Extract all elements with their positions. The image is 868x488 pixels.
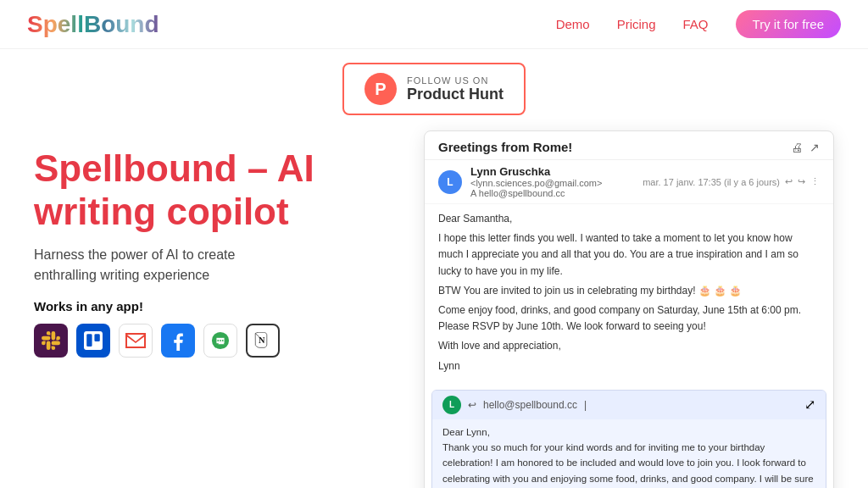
email-header: Greetings from Rome! 🖨 ↗ [425,131,833,160]
svg-point-1 [217,340,219,341]
email-salutation: Dear Samantha, [438,211,820,227]
reply-to-label: hello@spellbound.cc [483,399,577,411]
product-hunt-section: P FOLLOW US ON Product Hunt [0,49,868,122]
works-in-label: Works in any app! [34,299,390,313]
email-mockup-section: Greetings from Rome! 🖨 ↗ L Lynn Gruschka… [424,130,834,488]
reply-email: L ↩ hello@spellbound.cc | ⤢ Dear Lynn, T… [431,390,826,488]
product-hunt-banner[interactable]: P FOLLOW US ON Product Hunt [342,63,526,115]
notion-icon: N [246,324,280,358]
product-hunt-icon: P [364,73,397,105]
more-icon[interactable]: ⋮ [810,176,820,187]
reply-to-row: L ↩ hello@spellbound.cc | [442,396,587,414]
svg-point-2 [220,340,221,341]
reply-salutation: Dear Lynn, [442,424,815,440]
external-link-icon[interactable]: ↗ [810,141,820,154]
product-hunt-name: Product Hunt [407,86,504,103]
sender-avatar: L [438,170,462,194]
reply-avatar: L [442,396,461,414]
nav-demo[interactable]: Demo [556,17,590,31]
reply-body1: Thank you so much for your kind words an… [442,440,815,488]
main-content: Spellbound – AI writing copilot Harness … [0,122,868,488]
hero-section: Spellbound – AI writing copilot Harness … [34,139,390,358]
hero-subheadline: Harness the power of AI to create enthra… [34,245,390,286]
app-icons-row: N [34,324,390,358]
email-body1: I hope this letter finds you well. I wan… [438,230,820,280]
email-body4: With love and appreciation, [438,338,820,354]
email-mockup: Greetings from Rome! 🖨 ↗ L Lynn Gruschka… [424,130,834,488]
email-to: A hello@spellbound.cc [470,188,634,198]
try-free-button[interactable]: Try it for free [736,10,841,38]
sender-name: Lynn Gruschka [470,165,634,178]
email-subject: Greetings from Rome! [438,140,572,154]
nav-faq[interactable]: FAQ [683,17,709,31]
follow-us-label: FOLLOW US ON [407,75,504,86]
logo[interactable]: SpellBound [27,11,159,38]
email-header-actions: 🖨 ↗ [791,141,820,154]
email-signature: Lynn [438,358,820,374]
facebook-icon [161,324,195,358]
email-body3: Come enjoy food, drinks, and good compan… [438,302,820,335]
reply-arrow-icon: ↩ [468,399,476,411]
sender-info: Lynn Gruschka <lynn.sciences.po@gmail.co… [470,165,634,198]
svg-point-3 [222,340,224,341]
nav: Demo Pricing FAQ Try it for free [556,10,841,38]
email-body: Dear Samantha, I hope this letter finds … [425,204,833,386]
svg-text:N: N [259,336,265,345]
trello-icon [76,324,110,358]
slack-icon [34,324,68,358]
gmail-icon [119,324,153,358]
reply-icon[interactable]: ↩ [785,176,793,187]
email-body2: BTW You are invited to join us in celebr… [438,283,820,299]
reply-cursor: | [584,399,587,411]
reply-expand-icon[interactable]: ⤢ [804,396,815,413]
nav-pricing[interactable]: Pricing [617,17,656,31]
sender-email: <lynn.sciences.po@gmail.com> [470,178,634,188]
google-messages-icon [203,324,237,358]
forward-icon[interactable]: ↪ [798,176,805,187]
print-icon[interactable]: 🖨 [791,141,803,154]
reply-email-body: Dear Lynn, Thank you so much for your ki… [432,419,826,488]
email-date: mar. 17 janv. 17:35 (il y a 6 jours) ↩ ↪… [643,176,820,187]
hero-headline: Spellbound – AI writing copilot [34,147,390,233]
reply-email-header: L ↩ hello@spellbound.cc | ⤢ [432,391,826,419]
email-from-row: L Lynn Gruschka <lynn.sciences.po@gmail.… [425,160,833,204]
product-hunt-text: FOLLOW US ON Product Hunt [407,75,504,103]
